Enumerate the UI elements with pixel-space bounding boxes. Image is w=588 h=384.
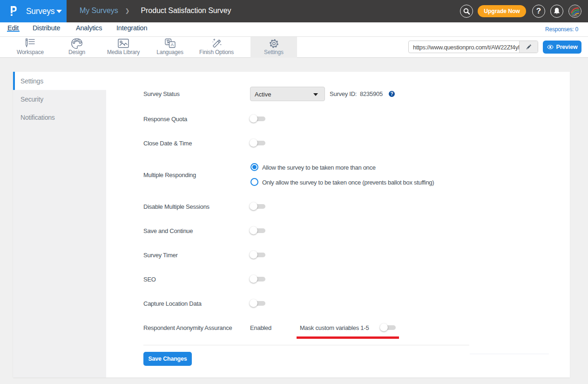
svg-text:A: A — [170, 42, 174, 47]
